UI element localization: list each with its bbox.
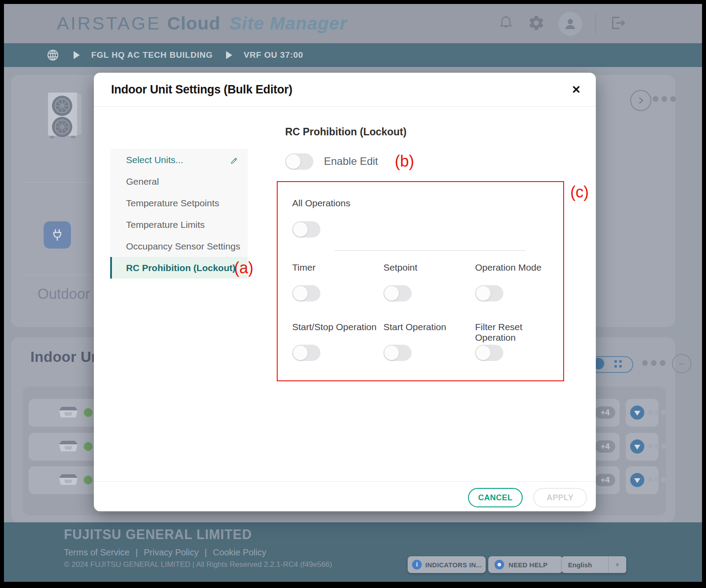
- start-stop-operation-toggle[interactable]: [292, 345, 320, 361]
- chevron-down-icon: [634, 445, 640, 450]
- menu-item-select-units[interactable]: Select Units...: [110, 149, 248, 171]
- power-plug-tile[interactable]: [44, 221, 71, 249]
- enable-edit-label: Enable Edit: [324, 155, 378, 167]
- all-operations-label: All Operations: [292, 198, 350, 208]
- user-avatar[interactable]: [558, 12, 582, 36]
- more-units-badge[interactable]: +4: [595, 474, 615, 486]
- start-operation-label: Start Operation: [383, 322, 446, 332]
- plug-icon: [50, 227, 65, 242]
- more-options-icon[interactable]: [653, 96, 676, 102]
- close-icon[interactable]: ✕: [572, 84, 581, 95]
- logo-cloud: Cloud: [167, 13, 220, 34]
- link-separator: |: [136, 547, 138, 557]
- indoor-unit-row-controls: [626, 466, 658, 494]
- apply-button[interactable]: APPLY: [533, 488, 587, 507]
- cassette-unit-icon: [58, 438, 79, 458]
- modal-title: Indoor Unit Settings (Bulk Editor): [111, 82, 292, 97]
- view-toggle[interactable]: [591, 356, 633, 373]
- more-units-badge[interactable]: +4: [595, 440, 615, 453]
- globe-icon[interactable]: [46, 48, 59, 62]
- footer-links: Terms of Service | Privacy Policy | Cook…: [64, 547, 268, 558]
- header-divider: [595, 14, 596, 34]
- footer-brand: FUJITSU GENERAL LIMITED: [64, 527, 252, 543]
- expand-chevron-button[interactable]: [630, 90, 651, 111]
- privacy-policy-link[interactable]: Privacy Policy: [144, 547, 198, 557]
- expand-row-button[interactable]: [630, 406, 644, 420]
- setpoint-toggle[interactable]: [383, 285, 412, 301]
- start-operation-toggle[interactable]: [383, 345, 412, 361]
- grid-view-icon: [614, 360, 622, 368]
- status-dot: [84, 408, 93, 417]
- operation-mode-toggle[interactable]: [475, 285, 503, 301]
- menu-item-label: Temperature Setpoints: [126, 198, 219, 208]
- need-help-button[interactable]: NEED HELP: [488, 556, 563, 573]
- info-icon: i: [412, 560, 422, 569]
- indicators-info-button[interactable]: i INDICATORS IN...: [408, 556, 486, 573]
- chevron-down-icon: [634, 478, 640, 483]
- settings-gear-icon[interactable]: [528, 14, 545, 33]
- setpoint-label: Setpoint: [383, 262, 417, 273]
- operation-mode-label: Operation Mode: [475, 262, 542, 273]
- status-dot: [84, 442, 93, 451]
- menu-item-label: Select Units...: [126, 155, 183, 165]
- modal-header-divider: [94, 106, 596, 107]
- timer-toggle[interactable]: [292, 285, 320, 301]
- chevron-down-icon: [634, 411, 640, 416]
- menu-item-general[interactable]: General: [110, 171, 248, 192]
- edit-pencil-icon[interactable]: [230, 156, 238, 167]
- timer-label: Timer: [292, 262, 316, 273]
- annotation-c: (c): [570, 183, 589, 201]
- breadcrumb-arrow-icon: [226, 51, 232, 59]
- cassette-unit-icon: [58, 472, 79, 491]
- menu-item-temperature-setpoints[interactable]: Temperature Setpoints: [110, 192, 248, 214]
- cancel-button[interactable]: CANCEL: [468, 488, 523, 507]
- outdoor-unit-image: [42, 88, 86, 143]
- terms-of-service-link[interactable]: Terms of Service: [64, 547, 130, 557]
- menu-item-rc-prohibition[interactable]: RC Prohibition (Lockout): [110, 257, 248, 279]
- menu-item-temperature-limits[interactable]: Temperature Limits: [110, 214, 248, 235]
- filter-reset-operation-toggle[interactable]: [475, 345, 503, 361]
- row-more-options-icon[interactable]: [648, 477, 666, 482]
- language-select[interactable]: English ▼: [562, 556, 626, 573]
- collapse-section-button[interactable]: –: [672, 354, 691, 373]
- section-heading: RC Prohibition (Lockout): [285, 126, 406, 138]
- app-logo: AIRSTAGE Cloud Site Manager: [57, 4, 347, 43]
- page-footer: FUJITSU GENERAL LIMITED Terms of Service…: [4, 522, 702, 582]
- menu-item-label: RC Prohibition (Lockout): [126, 263, 235, 273]
- row-more-options-icon[interactable]: [648, 410, 666, 415]
- operations-divider: [334, 250, 526, 251]
- breadcrumb-unit[interactable]: VRF OU 37:00: [244, 50, 303, 60]
- chevron-right-icon: [636, 96, 645, 105]
- enable-edit-toggle[interactable]: [285, 153, 313, 170]
- annotation-b: (b): [395, 152, 414, 171]
- more-options-icon[interactable]: [642, 360, 665, 366]
- notifications-bell-icon[interactable]: [498, 15, 514, 33]
- modal-footer-divider: [94, 481, 596, 482]
- language-selected-value: English: [562, 561, 608, 569]
- logout-icon[interactable]: [609, 14, 627, 33]
- start-stop-operation-label: Start/Stop Operation: [292, 322, 376, 332]
- link-separator: |: [204, 547, 207, 557]
- top-header-bar: AIRSTAGE Cloud Site Manager: [4, 4, 702, 43]
- menu-item-occupancy-sensor-settings[interactable]: Occupancy Sensor Settings: [110, 235, 248, 257]
- status-dot: [84, 476, 93, 484]
- cookie-policy-link[interactable]: Cookie Policy: [213, 547, 266, 557]
- app-screen: AIRSTAGE Cloud Site Manager: [4, 4, 702, 582]
- indoor-unit-row-controls: [626, 399, 658, 427]
- all-operations-toggle[interactable]: [292, 221, 320, 238]
- help-lifebuoy-icon: [494, 560, 504, 569]
- row-more-options-icon[interactable]: [648, 444, 666, 449]
- indicators-button-label: INDICATORS IN...: [425, 561, 482, 569]
- logo-product: Site Manager: [229, 13, 347, 34]
- menu-item-label: Occupancy Sensor Settings: [126, 241, 240, 252]
- breadcrumb-site[interactable]: FGL HQ AC TECH BUILDING: [91, 50, 213, 60]
- menu-item-label: General: [126, 176, 159, 187]
- expand-row-button[interactable]: [630, 439, 644, 454]
- more-units-badge[interactable]: +4: [595, 406, 615, 419]
- menu-item-label: Temperature Limits: [126, 220, 205, 230]
- indoor-unit-row-controls: [626, 433, 658, 461]
- annotation-a: (a): [234, 259, 253, 277]
- indoor-unit-settings-modal: Indoor Unit Settings (Bulk Editor) ✕ Sel…: [94, 73, 596, 511]
- operations-annotation-box: All Operations Timer Setpoint Operation …: [277, 181, 564, 381]
- expand-row-button[interactable]: [630, 473, 644, 487]
